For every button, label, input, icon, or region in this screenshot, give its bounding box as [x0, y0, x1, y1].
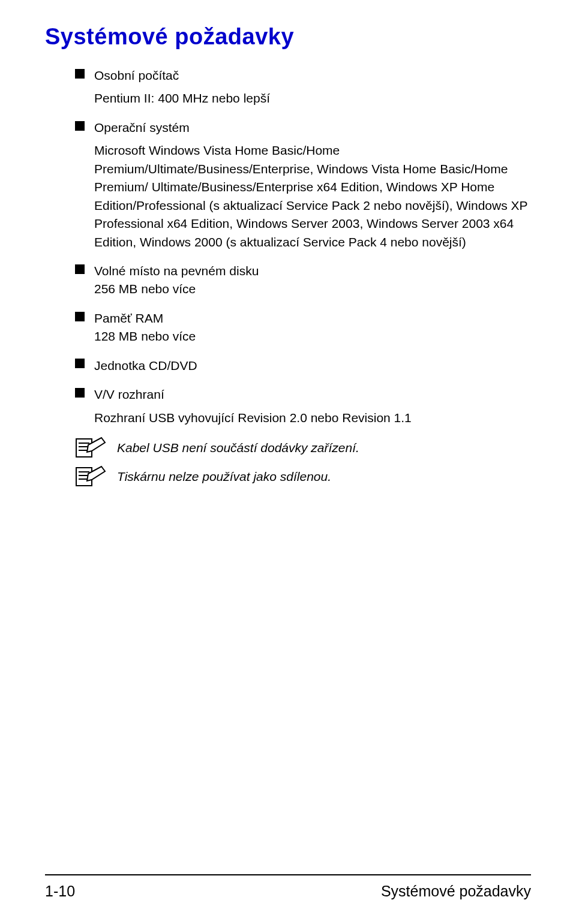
footer-title: Systémové požadavky — [381, 883, 531, 900]
item-detail: 128 MB nebo více — [94, 329, 196, 343]
item-label: Operační systém — [94, 121, 190, 134]
note-icon — [75, 465, 106, 492]
page-footer: 1-10 Systémové požadavky — [45, 874, 531, 900]
item-detail: Microsoft Windows Vista Home Basic/Home … — [75, 142, 531, 251]
page-number: 1-10 — [45, 883, 75, 900]
item-label: Osobní počítač — [94, 68, 179, 82]
item-detail: Rozhraní USB vyhovující Revision 2.0 neb… — [75, 409, 531, 427]
item-detail: Pentium II: 400 MHz nebo lepší — [75, 89, 531, 107]
list-item: V/V rozhraní — [75, 386, 531, 404]
list-item: Operační systém — [75, 119, 531, 137]
square-bullet-icon — [75, 121, 85, 131]
page-title: Systémové požadavky — [45, 24, 531, 50]
note-text: Tiskárnu nelze používat jako sdílenou. — [117, 468, 331, 486]
item-label: Jednotka CD/DVD — [94, 359, 197, 372]
square-bullet-icon — [75, 388, 85, 398]
list-item: Paměť RAM 128 MB nebo více — [75, 309, 531, 346]
content-block: Osobní počítač Pentium II: 400 MHz nebo … — [45, 67, 531, 487]
list-item: Osobní počítač — [75, 67, 531, 85]
list-item: Jednotka CD/DVD — [75, 357, 531, 375]
square-bullet-icon — [75, 359, 85, 368]
page-container: Systémové požadavky Osobní počítač Penti… — [0, 0, 576, 924]
list-item: Volné místo na pevném disku 256 MB nebo … — [75, 262, 531, 299]
item-label: Volné místo na pevném disku — [94, 264, 259, 278]
note-item: Kabel USB není součástí dodávky zařízení… — [75, 438, 531, 458]
note-text: Kabel USB není součástí dodávky zařízení… — [117, 439, 359, 457]
square-bullet-icon — [75, 264, 85, 274]
note-icon — [75, 437, 106, 463]
item-detail: 256 MB nebo více — [94, 282, 196, 296]
item-label: Paměť RAM — [94, 311, 163, 325]
item-label: V/V rozhraní — [94, 387, 164, 401]
square-bullet-icon — [75, 312, 85, 321]
square-bullet-icon — [75, 69, 85, 79]
note-item: Tiskárnu nelze používat jako sdílenou. — [75, 466, 531, 487]
